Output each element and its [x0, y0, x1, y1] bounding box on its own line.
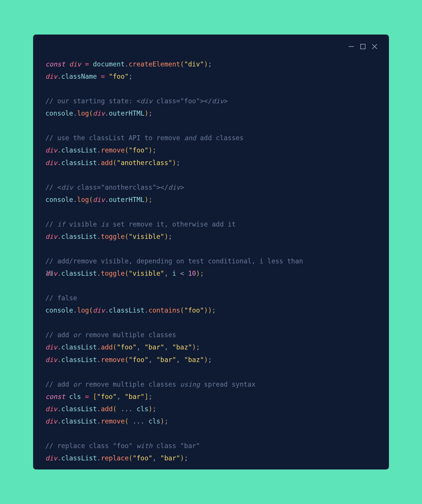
comment: // — [45, 220, 57, 228]
function: remove — [101, 146, 125, 154]
variable: div — [45, 73, 57, 80]
string: "anotherclass" — [117, 159, 172, 167]
paren: ( — [113, 343, 117, 351]
comment: remove multiple classes — [81, 331, 176, 339]
keyword: const — [45, 393, 65, 400]
comment: if — [57, 220, 65, 228]
close-icon[interactable] — [371, 43, 378, 50]
property: classList — [109, 306, 145, 314]
function: toggle — [101, 270, 125, 277]
paren: ( — [89, 109, 93, 117]
spread: ... — [121, 405, 133, 413]
paren: ( — [89, 196, 93, 203]
variable: div — [93, 109, 105, 117]
dot: . — [57, 159, 61, 167]
paren: ( — [180, 60, 184, 68]
svg-rect-1 — [361, 44, 365, 49]
bracket: ] — [145, 393, 149, 400]
operator: < — [180, 270, 184, 277]
paren: ( — [125, 356, 129, 364]
dot: . — [97, 270, 101, 277]
property: classList — [61, 417, 97, 425]
variable: div — [45, 159, 57, 167]
function: remove — [101, 417, 125, 425]
semicolon: ; — [184, 454, 188, 462]
comment: // add — [45, 331, 73, 339]
comma: , — [148, 356, 152, 364]
function: toggle — [101, 233, 125, 240]
variable: cls — [137, 405, 149, 413]
property: className — [61, 73, 97, 80]
dot: . — [105, 196, 109, 203]
property: classList — [61, 146, 97, 154]
spread: ... — [133, 417, 145, 425]
string: "visible" — [128, 233, 164, 240]
string: "foo" — [109, 73, 129, 80]
function: log — [77, 109, 89, 117]
comment: // use the classList API to remove — [45, 134, 184, 142]
comment: // our starting state: < — [45, 97, 140, 105]
dot: . — [97, 146, 101, 154]
string: "bar" — [156, 356, 176, 364]
paren: ) — [145, 196, 149, 203]
property: classList — [61, 159, 97, 167]
string: "baz" — [172, 343, 192, 351]
identifier: i — [172, 270, 176, 277]
operator: = — [85, 393, 89, 400]
dot: . — [57, 73, 61, 80]
comma: , — [152, 454, 157, 462]
string: "bar" — [160, 454, 180, 462]
object: console — [45, 196, 73, 203]
semicolon: ; — [164, 417, 168, 425]
paren: ) — [192, 343, 196, 351]
comment: div — [61, 184, 73, 191]
variable: div — [45, 356, 57, 364]
comment: remove multiple classes — [81, 380, 180, 388]
dot: . — [73, 306, 77, 314]
dot: . — [57, 146, 61, 154]
comment: > — [180, 184, 184, 191]
property: outerHTML — [109, 196, 145, 203]
comment: visible — [65, 220, 101, 228]
paren: ( — [125, 417, 129, 425]
dot: . — [57, 233, 61, 240]
comment: set remove it, otherwise add it — [109, 220, 236, 228]
comma: , — [164, 270, 168, 277]
code-window: const div = document.createElement("div"… — [33, 35, 389, 469]
comment: is — [101, 220, 109, 228]
variable: div — [93, 196, 105, 203]
comment: div — [212, 97, 224, 105]
comma: , — [137, 343, 141, 351]
paren: ( — [125, 146, 129, 154]
property: classList — [61, 270, 97, 277]
dot: . — [57, 270, 61, 277]
variable: cls — [148, 417, 160, 425]
comment: or — [73, 380, 81, 388]
semicolon: ; — [208, 60, 212, 68]
property: classList — [61, 356, 97, 364]
dot: . — [57, 454, 61, 462]
operator: = — [101, 73, 105, 80]
string: "foo" — [97, 393, 117, 400]
property: classList — [61, 454, 97, 462]
minimize-icon[interactable] — [348, 43, 354, 50]
paren: ( — [113, 159, 117, 167]
semicolon: ; — [152, 146, 157, 154]
comment: add classes — [196, 134, 244, 142]
semicolon: ; — [208, 356, 212, 364]
paren: ( — [128, 454, 133, 462]
comment: div — [140, 97, 152, 105]
operator: = — [85, 60, 89, 68]
string: "bar" — [125, 393, 145, 400]
comment: div — [168, 184, 180, 191]
paren: ) — [160, 417, 164, 425]
variable: div — [45, 233, 57, 240]
dot: . — [97, 454, 101, 462]
dot: . — [73, 109, 77, 117]
dot: . — [57, 343, 61, 351]
maximize-icon[interactable] — [360, 43, 366, 50]
code-block[interactable]: const div = document.createElement("div"… — [42, 58, 380, 464]
comment: // false — [45, 294, 77, 302]
semicolon: ; — [152, 405, 157, 413]
dot: . — [57, 417, 61, 425]
